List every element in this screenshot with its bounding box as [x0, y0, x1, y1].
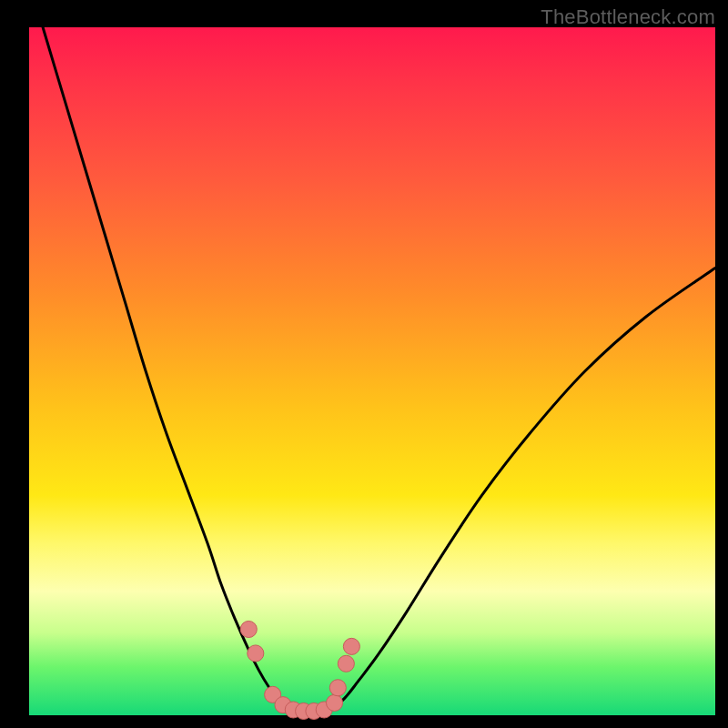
curve-left-curve: [43, 27, 289, 710]
marker-point: [240, 621, 257, 637]
marker-point: [248, 645, 264, 662]
marker-point: [326, 694, 342, 711]
marker-point: [343, 638, 359, 654]
marker-point: [338, 655, 354, 672]
marker-point: [329, 680, 346, 696]
curve-right-curve: [331, 268, 715, 710]
chart-frame: TheBottleneck.com: [0, 0, 728, 728]
watermark-text: TheBottleneck.com: [541, 5, 715, 29]
chart-svg: [0, 0, 728, 728]
